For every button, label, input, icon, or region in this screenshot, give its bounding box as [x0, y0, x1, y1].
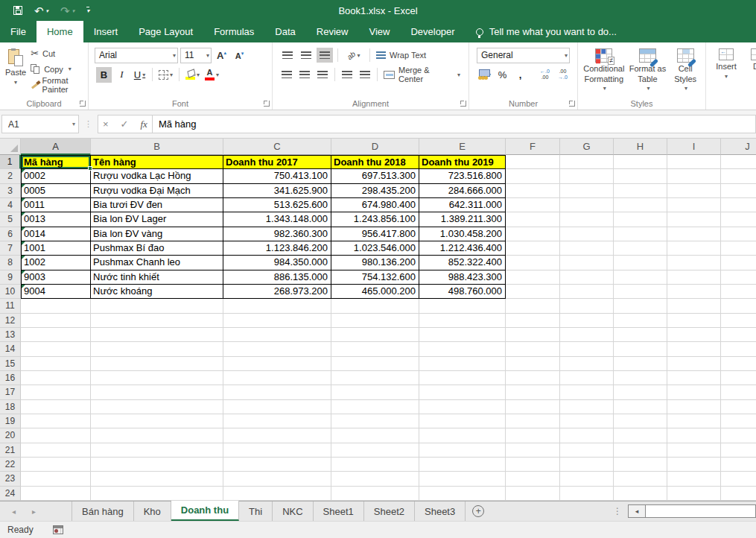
tab-home[interactable]: Home	[36, 21, 83, 42]
align-right-button[interactable]	[314, 67, 330, 82]
cell-G16[interactable]	[560, 371, 614, 385]
cell-A7[interactable]: 1001	[21, 241, 91, 256]
cell-D13[interactable]	[331, 328, 419, 342]
cell-I15[interactable]	[667, 357, 721, 371]
cell-D24[interactable]	[331, 487, 419, 501]
tab-review[interactable]: Review	[306, 21, 359, 42]
cell-G3[interactable]	[560, 184, 614, 198]
cell-A22[interactable]	[21, 458, 91, 472]
cell-F23[interactable]	[506, 472, 560, 486]
row-header-22[interactable]: 22	[0, 458, 21, 472]
cell-B3[interactable]: Rượu vodka Đại Mạch	[91, 184, 223, 198]
cell-C7[interactable]: 1.123.846.200	[223, 241, 331, 256]
cell-B17[interactable]	[91, 385, 223, 399]
cell-F12[interactable]	[506, 314, 560, 328]
cell-G1[interactable]	[560, 155, 614, 169]
cell-C14[interactable]	[223, 342, 331, 356]
cell-H20[interactable]	[614, 428, 667, 443]
cell-C16[interactable]	[223, 371, 331, 385]
tab-view[interactable]: View	[358, 21, 400, 42]
cell-E15[interactable]	[419, 357, 506, 371]
sheet-nav-right-icon[interactable]: ▸	[32, 507, 36, 516]
cell-B23[interactable]	[91, 472, 223, 486]
cell-E22[interactable]	[419, 458, 506, 472]
cell-B22[interactable]	[91, 458, 223, 472]
tab-formulas[interactable]: Formulas	[203, 21, 264, 42]
cell-F21[interactable]	[506, 443, 560, 458]
cell-H13[interactable]	[614, 328, 667, 342]
cell-G10[interactable]	[560, 285, 614, 299]
cell-D21[interactable]	[331, 443, 419, 458]
cell-A8[interactable]: 1002	[21, 256, 91, 270]
cell-E14[interactable]	[419, 342, 506, 356]
decrease-indent-button[interactable]	[340, 67, 355, 82]
cell-A5[interactable]: 0013	[21, 212, 91, 227]
cell-D14[interactable]	[331, 342, 419, 356]
cell-G18[interactable]	[560, 400, 614, 414]
cell-G11[interactable]	[560, 299, 614, 313]
cell-B9[interactable]: Nước tinh khiết	[91, 270, 223, 285]
cell-A19[interactable]	[21, 414, 91, 428]
cut-button[interactable]: ✂Cut	[28, 45, 85, 61]
fill-color-button[interactable]	[184, 67, 201, 83]
cell-D7[interactable]: 1.023.546.000	[331, 241, 419, 256]
cell-C2[interactable]: 750.413.100	[223, 169, 331, 183]
tab-page-layout[interactable]: Page Layout	[128, 21, 203, 42]
cell-G5[interactable]	[560, 212, 614, 227]
cell-G21[interactable]	[560, 443, 614, 458]
cell-B14[interactable]	[91, 342, 223, 356]
tab-file[interactable]: File	[0, 21, 36, 42]
cell-B2[interactable]: Rượu vodka Lạc Hồng	[91, 169, 223, 183]
row-header-20[interactable]: 20	[0, 428, 21, 443]
column-header-J[interactable]: J	[721, 139, 756, 155]
cell-C17[interactable]	[223, 385, 331, 399]
sheet-tab-thi[interactable]: Thi	[239, 501, 273, 521]
cell-F1[interactable]	[506, 155, 560, 169]
cell-E13[interactable]	[419, 328, 506, 342]
cell-E21[interactable]	[419, 443, 506, 458]
cancel-icon[interactable]: ×	[103, 118, 109, 130]
insert-cells-button[interactable]: Insert	[709, 45, 743, 98]
row-header-24[interactable]: 24	[0, 487, 21, 501]
row-header-16[interactable]: 16	[0, 371, 21, 385]
cell-I11[interactable]	[667, 299, 721, 313]
cell-J12[interactable]	[721, 314, 756, 328]
cell-B15[interactable]	[91, 357, 223, 371]
cell-G7[interactable]	[560, 241, 614, 256]
cell-J20[interactable]	[721, 428, 756, 443]
cell-H19[interactable]	[614, 414, 667, 428]
cell-J22[interactable]	[721, 458, 756, 472]
grow-font-button[interactable]: A	[214, 48, 229, 63]
clipboard-dialog-launcher[interactable]	[80, 101, 86, 107]
cell-I19[interactable]	[667, 414, 721, 428]
cell-F2[interactable]	[506, 169, 560, 183]
row-header-10[interactable]: 10	[0, 285, 21, 299]
row-header-13[interactable]: 13	[0, 328, 21, 342]
cell-H17[interactable]	[614, 385, 667, 399]
cell-I17[interactable]	[667, 385, 721, 399]
row-header-19[interactable]: 19	[0, 414, 21, 428]
column-header-D[interactable]: D	[331, 139, 419, 155]
cell-H11[interactable]	[614, 299, 667, 313]
cell-A11[interactable]	[21, 299, 91, 313]
cell-G4[interactable]	[560, 198, 614, 212]
sheet-tab-sheet1[interactable]: Sheet1	[314, 501, 364, 521]
row-header-1[interactable]: 1	[0, 155, 21, 169]
cell-C10[interactable]: 268.973.200	[223, 285, 331, 299]
cell-I22[interactable]	[667, 458, 721, 472]
cell-B12[interactable]	[91, 314, 223, 328]
row-header-17[interactable]: 17	[0, 385, 21, 399]
formula-input[interactable]: Mã hàng	[153, 115, 756, 133]
cell-I8[interactable]	[667, 256, 721, 270]
cell-H10[interactable]	[614, 285, 667, 299]
cell-C11[interactable]	[223, 299, 331, 313]
cell-H23[interactable]	[614, 472, 667, 486]
cell-J5[interactable]	[721, 212, 756, 227]
cell-F19[interactable]	[506, 414, 560, 428]
cell-J17[interactable]	[721, 385, 756, 399]
cell-C6[interactable]: 982.360.300	[223, 227, 331, 241]
cell-J21[interactable]	[721, 443, 756, 458]
cell-D22[interactable]	[331, 458, 419, 472]
sheet-tab-sheet2[interactable]: Sheet2	[364, 501, 415, 521]
shrink-font-button[interactable]: A	[232, 48, 247, 63]
